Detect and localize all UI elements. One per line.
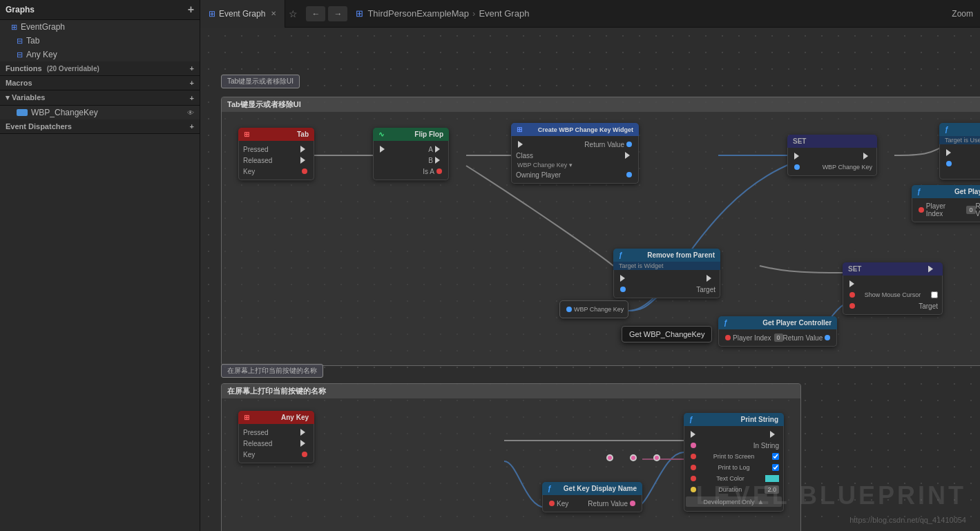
anykey-icon: ⊟ [17,50,23,59]
set3-out-exec [928,266,935,273]
tab-node-title: Tab [297,131,309,138]
set1-input-pin [794,164,800,170]
print-log-check[interactable] [772,464,779,471]
gkd-key-pin [549,501,555,506]
gpc1-idx-pin [919,207,924,213]
print-screen-pin [691,454,696,459]
add-to-viewport-icon: ƒ [945,126,949,133]
eventgraph-item[interactable]: ⊞ EventGraph [0,20,200,34]
set1-out-exec [863,153,870,160]
gpc2-icon: ƒ [724,319,728,327]
gpc1-icon: ƒ [917,188,921,195]
watermark-url: https://blog.csdn.net/qq_41410054 [849,516,966,524]
create-wbp-title: Create WBP Change Key Widget [538,126,633,133]
anykey-item[interactable]: ⊟ Any Key [0,48,200,61]
rfp-target-pin [620,287,626,292]
tab-icon: ⊟ [17,37,23,46]
tab-graph-icon: ⊞ [209,9,215,19]
comment-screen-header: 在屏幕上打印当前按键的名称 [222,384,800,398]
comment-tab-pill: Tab键显示或者移除UI [221,75,300,88]
wbp-changekey-item[interactable]: WBP_ChangeKey 👁 [0,106,200,119]
tab-released-label: Released [243,157,272,164]
top-bar: ⊞ Event Graph ✕ ☆ ← → ⊞ ThirdPersonExamp… [200,0,980,28]
print-screen-check[interactable] [772,453,779,460]
graphs-label: Graphs [6,5,35,15]
atv-target-pin [946,161,952,166]
gpc2-return-pin [825,335,830,340]
add-variable-button[interactable]: + [190,94,194,102]
print-string-node[interactable]: ƒ Print String In String Print to Screen… [684,413,784,512]
add-graph-button[interactable]: + [188,3,194,16]
print-color-pin [691,476,696,481]
gkd-return-pin [630,501,635,506]
reroute-node-3[interactable] [653,454,660,461]
print-title: Print String [741,416,778,423]
left-panel: Graphs + ⊞ EventGraph ⊟ Tab ⊟ Any Key Fu… [0,0,200,531]
close-tab-button[interactable]: ✕ [271,10,276,17]
create-wbp-return-pin [626,142,632,147]
comment-tab-header: Tab键显示或者移除UI [222,97,980,112]
print-out-exec [770,431,777,438]
favorite-button[interactable]: ☆ [285,8,301,19]
print-log-pin [691,465,696,470]
reroute-node-1[interactable] [606,454,613,461]
print-dur-pin [691,487,696,492]
add-macro-button[interactable]: + [190,79,194,87]
print-icon: ƒ [689,416,693,423]
rfp-title: Remove from Parent [647,251,715,259]
wbp-changekey-var-node[interactable]: WBP Change Key [559,300,628,318]
event-graph-tab[interactable]: ⊞ Event Graph ✕ [200,0,285,28]
get-player-ctrl2-node[interactable]: ƒ Get Player Controller Player Index 0 R… [718,316,837,347]
rfp-in-exec [620,275,627,282]
flipflop-isa-pin [436,168,442,174]
breadcrumb: ⊞ ThirdPersonExampleMap › Event Graph [349,8,536,19]
add-to-viewport-node[interactable]: ƒ Add to Viewport Target is User Widget … [939,123,980,180]
comment-screen-pill: 在屏幕上打印当前按键的名称 [221,364,323,378]
flipflop-in-exec [380,146,387,153]
print-in-exec [691,431,698,438]
graph-area[interactable]: Tab键显示或者移除UI Tab键显示或者移除UI ⊞ Tab Pressed … [200,28,980,531]
wbp-var-pin [566,307,572,312]
any-key-node[interactable]: ⊞ Any Key Pressed Released Key [238,411,314,463]
macros-section: Macros + [0,76,200,90]
zoom-label: Zoom [952,9,973,19]
graphs-header: Graphs + [0,0,200,20]
wbp-eye-icon[interactable]: 👁 [187,109,194,117]
set3-checkbox[interactable] [931,291,938,298]
get-player-ctrl1-node[interactable]: ƒ Get Player Controller Player Index 0 R… [912,185,980,222]
tooltip-box: Get WBP_ChangeKey [622,326,712,342]
create-wbp-owning-pin [626,172,632,177]
anykey-released-pin [300,440,307,447]
gpc2-title: Get Player Controller [762,319,832,327]
tab-node-icon: ⊞ [244,131,249,138]
forward-button[interactable]: → [328,6,347,21]
add-dispatcher-button[interactable]: + [190,122,194,131]
tab-released-exec [300,157,307,164]
rfp-out-exec [707,275,713,282]
flipflop-node[interactable]: ∿ Flip Flop A B Is A [373,128,449,180]
anykey-node-icon: ⊞ [244,414,249,421]
remove-from-parent-node[interactable]: ƒ Remove from Parent Target is Widget Ta… [613,249,720,298]
flipflop-a-pin [435,146,442,153]
create-wbp-in-exec [518,141,525,148]
tab-node[interactable]: ⊞ Tab Pressed Released Key [238,128,314,180]
anykey-pressed-pin [300,429,307,436]
tab-key-pin [302,168,307,174]
flipflop-title: Flip Flop [414,131,443,138]
reroute-node-2[interactable] [630,454,637,461]
anykey-node-title: Any Key [281,414,309,421]
get-key-display-node[interactable]: ƒ Get Key Display Name Key Return Value [542,482,642,512]
create-wbp-icon: ⊞ [517,126,522,133]
set1-title: SET [793,137,806,145]
event-dispatchers-section: Event Dispatchers + [0,119,200,134]
functions-section: Functions (20 Overridable) + [0,61,200,76]
add-function-button[interactable]: + [190,64,194,73]
set1-node[interactable]: SET WBP Change Key [787,135,877,176]
gkd-title: Get Key Display Name [564,485,637,492]
create-wbp-node[interactable]: ⊞ Create WBP Change Key Widget Return Va… [511,123,639,184]
anykey-key-pin [302,452,307,457]
atv-in-exec [946,149,953,156]
set3-node[interactable]: SET Show Mouse Cursor Target [843,262,943,315]
back-button[interactable]: ← [306,6,325,21]
tab-item[interactable]: ⊟ Tab [0,34,200,48]
